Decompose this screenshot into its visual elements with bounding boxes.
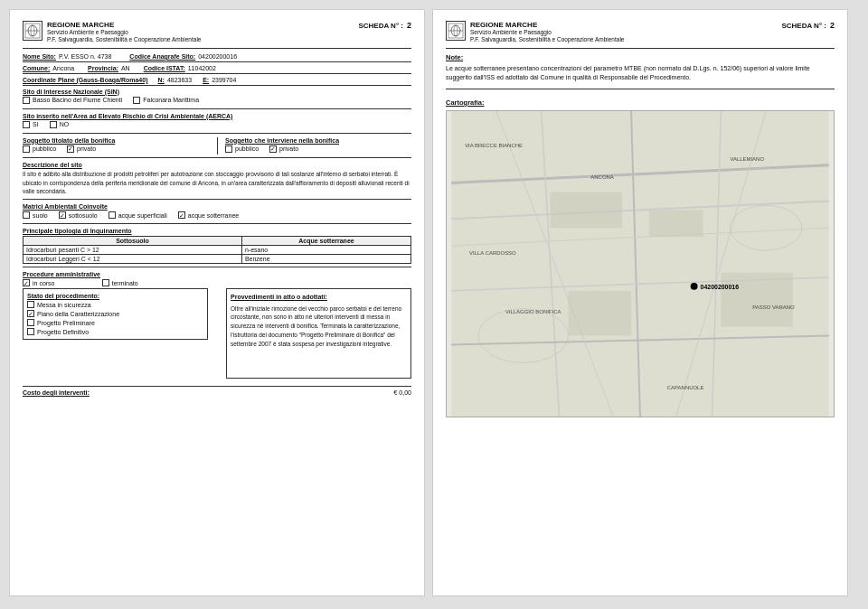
costo-label: Costo degli interventi: (23, 389, 90, 396)
notes-section: Note: Le acque sotterranee presentano co… (446, 53, 835, 89)
tipologia-row-0: Idrocarburi pesanti C > 12 n-esano (24, 246, 411, 255)
tipologia-row1-col2: Benzene (241, 255, 410, 264)
provincia-label: Provincia: (88, 65, 118, 71)
tipologia-section: Principale tipologia di Inquinamento Sot… (23, 228, 411, 267)
n-label: N: (157, 77, 164, 83)
svg-rect-20 (649, 210, 703, 237)
procedure-title: Procedure amministrative (23, 271, 411, 277)
titolato-pubblico-label: pubblico (33, 145, 56, 152)
matrici-section: Matrici Ambientali Coinvolte suolo sotto… (23, 203, 411, 224)
header-right: SCHEDA N° : 2 (358, 21, 411, 30)
aerca-item-0: SI (23, 121, 39, 128)
aerca-checkbox-1[interactable] (50, 121, 57, 128)
stato-messa-label: Messa in sicurezza (37, 302, 91, 308)
tipologia-col1-header: Sottosuolo (24, 237, 242, 246)
titolato-privato: privato (67, 145, 96, 153)
header-left: REGIONE MARCHE Servizio Ambiente e Paesa… (23, 21, 201, 44)
right-scheda-num: 2 (830, 21, 835, 30)
tipologia-row-1: Idrocarburi Leggeri C < 12 Benzene (24, 255, 411, 264)
descrizione-text: Il sito è adibito alla distribuzione di … (23, 170, 411, 196)
stato-piano-cb[interactable] (27, 310, 34, 317)
titolato-privato-label: privato (77, 145, 96, 152)
sin-checkbox-0[interactable] (23, 97, 30, 104)
aerca-section: Sito inserito nell'Area ad Elevato Risch… (23, 113, 411, 134)
matrici-acque-sup-cb[interactable] (108, 211, 116, 219)
procedure-stato-row: in corso terminato (23, 279, 411, 286)
stato-progetto-prel-label: Progetto Preliminare (37, 320, 95, 326)
cartografia-section: Cartografia: (446, 98, 835, 417)
header-sub2: P.F. Salvaguardia, Sostenibilità e Coope… (47, 36, 201, 43)
right-header-left: REGIONE MARCHE Servizio Ambiente e Paesa… (446, 21, 624, 44)
stato-progetto-prel: Progetto Preliminare (27, 319, 203, 326)
right-scheda-label: SCHEDA N° : (781, 22, 826, 30)
sin-checkbox-1[interactable] (133, 97, 140, 104)
nome-sito-row: Nome Sito: P.V. ESSO n. 4738 Codice Anag… (23, 53, 411, 62)
sin-item-0: Basso Bacino del Fiume Chienti (23, 97, 122, 104)
n-value: 4823633 (167, 77, 192, 83)
tipologia-title: Principale tipologia di Inquinamento (23, 228, 411, 234)
descrizione-title: Descrizione del sito (23, 162, 411, 168)
titolato-pubblico-cb[interactable] (23, 145, 30, 153)
proc-terminato: terminato (102, 279, 138, 286)
right-logo-box (446, 21, 466, 41)
header-text: REGIONE MARCHE Servizio Ambiente e Paesa… (47, 21, 201, 44)
svg-text:04200200016: 04200200016 (701, 284, 740, 290)
right-header-sub2: P.F. Salvaguardia, Sostenibilità e Coope… (470, 36, 624, 43)
stato-progetto-def-cb[interactable] (27, 328, 34, 335)
logo-icon (24, 23, 41, 39)
stato-progetto-def-label: Progetto Definitivo (37, 329, 89, 335)
soggetto-titolato-row: pubblico privato (23, 145, 217, 153)
coordinate-row: Coordinate Plane (Gauss-Boaga/Roma40) N:… (23, 77, 411, 86)
stato-col: Stato del procedimento: Messa in sicurez… (23, 288, 208, 379)
matrici-acque-sott-cb[interactable] (178, 211, 185, 219)
comune-label: Comune: (23, 65, 50, 71)
left-header: REGIONE MARCHE Servizio Ambiente e Paesa… (23, 21, 411, 49)
proc-terminato-cb[interactable] (102, 279, 109, 286)
scheda-label: SCHEDA N° : (358, 22, 403, 30)
stato-piano-carat: Piano della Caratterizzazione (27, 310, 203, 317)
tipologia-col2-header: Acque sotterranee (241, 237, 410, 246)
tipologia-row1-col1: Idrocarburi Leggeri C < 12 (24, 255, 242, 264)
right-header: REGIONE MARCHE Servizio Ambiente e Paesa… (446, 21, 835, 49)
titolato-privato-cb[interactable] (67, 145, 74, 153)
procedure-details-row: Stato del procedimento: Messa in sicurez… (23, 288, 411, 379)
codice-istat-label: Codice ISTAT: (144, 65, 185, 71)
soggetto-titolato-title: Soggetto titolato della bonifica (23, 137, 217, 144)
interviene-pubblico-cb[interactable] (225, 145, 232, 153)
matrici-sottosuolo-cb[interactable] (59, 211, 66, 219)
coordinate-label: Coordinate Plane (Gauss-Boaga/Roma40) (23, 77, 147, 83)
e-value: 2399704 (212, 77, 236, 83)
codice-istat-value: 11042002 (188, 65, 216, 71)
matrici-suolo-cb[interactable] (23, 211, 30, 219)
svg-rect-8 (451, 111, 829, 417)
notes-title: Note: (446, 53, 835, 61)
right-header-text: REGIONE MARCHE Servizio Ambiente e Paesa… (470, 21, 624, 44)
proc-in-corso-cb[interactable] (23, 279, 30, 286)
notes-text: Le acque sotterranee presentano concentr… (446, 64, 835, 83)
sin-label-0: Basso Bacino del Fiume Chienti (33, 97, 122, 103)
stato-messa-cb[interactable] (27, 301, 34, 308)
comune-row: Comune: Ancona Provincia: AN Codice ISTA… (23, 65, 411, 74)
map-svg: 04200200016 VIA BRECCE BIANCHE ANCONA VI… (447, 111, 834, 417)
proc-terminato-label: terminato (112, 280, 138, 286)
right-sheet: REGIONE MARCHE Servizio Ambiente e Paesa… (432, 9, 848, 596)
matrici-acque-sup-label: acque superficiali (118, 212, 167, 219)
sin-label-1: Falconara Marittima (143, 97, 199, 103)
tipologia-row0-col1: Idrocarburi pesanti C > 12 (24, 246, 242, 255)
interviene-privato-cb[interactable] (269, 145, 277, 153)
sin-checkbox-row: Basso Bacino del Fiume Chienti Falconara… (23, 97, 411, 104)
svg-rect-22 (721, 273, 793, 327)
soggetto-interviene-row: pubblico privato (225, 145, 411, 153)
aerca-label-0: SI (33, 121, 39, 127)
svg-point-23 (691, 283, 698, 290)
region-name: REGIONE MARCHE (47, 21, 201, 29)
costo-value: € 0,00 (394, 389, 411, 396)
cartografia-title: Cartografia: (446, 98, 835, 107)
stato-progetto-prel-cb[interactable] (27, 319, 34, 326)
descrizione-section: Descrizione del sito Il sito è adibito a… (23, 162, 411, 200)
aerca-checkbox-0[interactable] (23, 121, 30, 128)
stato-messa-sicurezza: Messa in sicurezza (27, 301, 203, 308)
stato-title: Stato del procedimento: (27, 293, 203, 299)
interviene-privato: privato (269, 145, 298, 153)
sin-item-1: Falconara Marittima (133, 97, 199, 104)
